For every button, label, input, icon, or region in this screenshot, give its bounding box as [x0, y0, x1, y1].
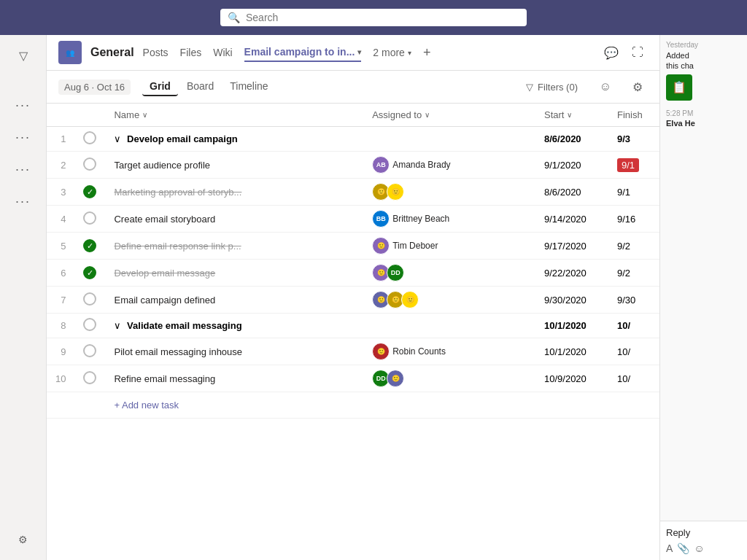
nav-dropdown-icon: ▾	[357, 48, 361, 56]
date-range[interactable]: Aug 6 · Oct 16	[58, 79, 131, 95]
emoji-reply-icon[interactable]: ☺	[694, 542, 704, 554]
task-name[interactable]: ∨ Validate email messaging	[105, 314, 363, 338]
reply-area: Reply A 📎 ☺	[660, 521, 747, 560]
avatar: DD	[387, 264, 404, 281]
filter-button[interactable]: ▽ Filters (0)	[520, 79, 584, 96]
row-num: 5	[47, 233, 74, 260]
search-container: 🔍	[220, 9, 527, 26]
task-name[interactable]: Create email storyboard	[105, 206, 363, 233]
task-name[interactable]: Marketing approval of storyb...	[105, 179, 363, 206]
task-checkbox[interactable]	[74, 314, 105, 338]
chat-timestamp-2: 5:28 PM	[666, 109, 741, 117]
settings-button[interactable]: ⚙	[627, 77, 648, 97]
task-finish: 9/3	[608, 127, 659, 152]
task-name[interactable]: Develop email message	[105, 260, 363, 287]
chat-message-2: 5:28 PM Elva He	[666, 109, 741, 128]
gear-icon: ⚙	[18, 534, 28, 545]
grid-container: Name ∨ Assigned to ∨	[47, 104, 659, 560]
task-checkbox[interactable]: ✓	[74, 260, 105, 287]
row-num: 3	[47, 179, 74, 206]
task-name[interactable]: Define email response link p...	[105, 233, 363, 260]
chat-message: Yesterday Addedthis cha 📋	[666, 41, 741, 101]
content-area: 👥 General Posts Files Wiki Email campaig…	[47, 35, 659, 560]
channel-header: 👥 General Posts Files Wiki Email campaig…	[47, 35, 659, 71]
chat-attachment: 📋	[666, 74, 692, 101]
col-header-finish[interactable]: Finish	[608, 104, 659, 127]
task-checkbox[interactable]	[74, 338, 105, 365]
col-header-start[interactable]: Start ∨	[535, 104, 608, 127]
sidebar-more-3[interactable]: ···	[9, 155, 38, 184]
task-name[interactable]: Target audience profile	[105, 152, 363, 179]
task-checkbox[interactable]	[74, 152, 105, 179]
task-assigned	[363, 314, 535, 338]
avatar: BB	[372, 210, 390, 228]
task-name[interactable]: ∨ Develop email campaign	[105, 127, 363, 152]
add-task-row[interactable]: + Add new task	[47, 392, 659, 419]
reply-label[interactable]: Reply	[666, 527, 741, 538]
task-start: 9/30/2020	[535, 287, 608, 314]
task-start: 10/9/2020	[535, 365, 608, 392]
tab-board[interactable]: Board	[179, 77, 221, 96]
sidebar-filter[interactable]: ▽	[9, 41, 38, 70]
more-chevron-icon: ▾	[408, 49, 411, 57]
nav-files[interactable]: Files	[180, 44, 202, 61]
task-assigned: 🙂 🙂	[363, 179, 535, 206]
more-dots-icon-4: ···	[15, 194, 31, 209]
row-num: 9	[47, 338, 74, 365]
task-name[interactable]: Pilot email messaging inhouse	[105, 338, 363, 365]
col-header-assigned[interactable]: Assigned to ∨	[363, 104, 535, 127]
task-checkbox[interactable]	[74, 127, 105, 152]
nav-posts[interactable]: Posts	[143, 44, 169, 61]
expand-button[interactable]: ⛶	[627, 42, 648, 63]
col-header-name[interactable]: Name ∨	[105, 104, 363, 127]
add-task-button[interactable]: + Add new task	[105, 392, 363, 419]
attach-icon[interactable]: 📎	[677, 542, 689, 554]
format-icon[interactable]: A	[666, 542, 673, 554]
start-sort-icon: ∨	[567, 111, 572, 119]
nav-email-campaign[interactable]: Email campaign to in... ▾	[244, 43, 362, 62]
task-name[interactable]: Refine email messaging	[105, 365, 363, 392]
task-name[interactable]: Email campaign defined	[105, 287, 363, 314]
main-layout: ▽ ··· ··· ··· ··· ⚙ 👥 General Posts	[0, 35, 747, 560]
task-table: Name ∨ Assigned to ∨	[47, 104, 659, 419]
nav-more[interactable]: 2 more ▾	[373, 47, 411, 58]
row-num: 10	[47, 365, 74, 392]
header-actions: 💬 ⛶	[601, 42, 648, 63]
task-checkbox[interactable]: ✓	[74, 233, 105, 260]
task-checkbox[interactable]	[74, 206, 105, 233]
row-num: 1	[47, 127, 74, 152]
tab-timeline[interactable]: Timeline	[222, 77, 275, 96]
channel-avatar: 👥	[58, 41, 82, 64]
task-start: 8/6/2020	[535, 179, 608, 206]
emoji-icon: ☺	[600, 80, 611, 93]
task-checkbox[interactable]	[74, 287, 105, 314]
task-assigned: DD 🙂	[363, 365, 535, 392]
task-finish: 9/2	[608, 260, 659, 287]
more-dots-icon: ···	[15, 98, 31, 113]
tab-content: Aug 6 · Oct 16 Grid Board Timeline ▽ Fil…	[47, 71, 659, 560]
channel-avatar-text: 👥	[66, 49, 74, 57]
task-start: 10/1/2020	[535, 338, 608, 365]
nav-wiki[interactable]: Wiki	[213, 44, 232, 61]
task-checkbox[interactable]: ✓	[74, 179, 105, 206]
group-expand-icon-2: ∨	[114, 320, 121, 331]
task-finish: 9/1	[608, 152, 659, 179]
sidebar-more-1[interactable]: ···	[9, 90, 38, 120]
name-sort-icon: ∨	[142, 111, 147, 119]
task-assigned: 🙂 Robin Counts	[363, 338, 535, 365]
search-input[interactable]	[246, 12, 519, 23]
more-dots-icon-3: ···	[15, 162, 31, 177]
emoji-button[interactable]: ☺	[595, 77, 616, 97]
sidebar-more-4[interactable]: ···	[9, 187, 38, 216]
task-finish: 10/	[608, 338, 659, 365]
sidebar-settings[interactable]: ⚙	[9, 525, 38, 554]
tab-grid[interactable]: Grid	[142, 77, 178, 96]
sidebar-more-2[interactable]: ···	[9, 122, 38, 152]
chat-button[interactable]: 💬	[601, 42, 622, 63]
nav-add-tab[interactable]: +	[423, 45, 431, 61]
task-checkbox[interactable]	[74, 365, 105, 392]
table-row: 7 Email campaign defined 🙂 🙂 🙂	[47, 287, 659, 314]
filter-funnel-icon: ▽	[526, 82, 533, 93]
col-header-num	[47, 104, 74, 127]
task-finish: 9/2	[608, 233, 659, 260]
